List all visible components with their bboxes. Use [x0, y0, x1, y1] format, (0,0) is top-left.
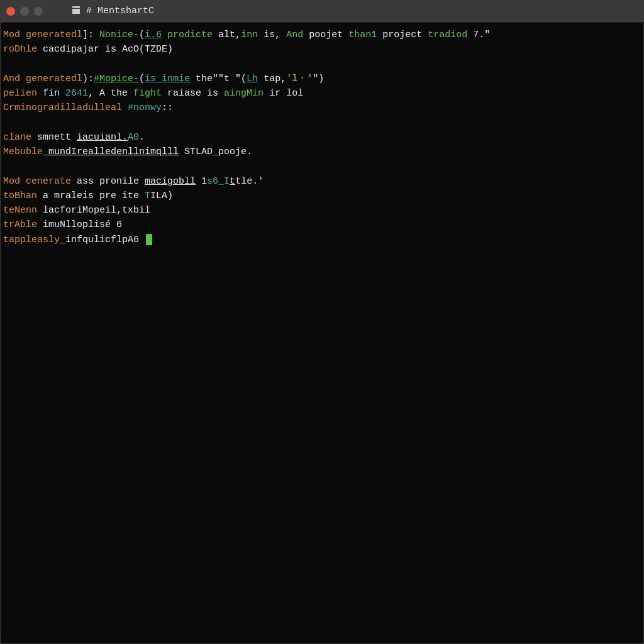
text-segment: mundIrealledenllnimqlll	[48, 147, 179, 157]
text-segment: is,	[258, 30, 280, 40]
terminal-line: Mod generatedl]: Nonice-(i.6 prodicte al…	[3, 28, 641, 42]
text-segment: toBhan	[3, 191, 37, 201]
text-segment: Mebuble	[3, 147, 43, 157]
text-segment: tradiod	[428, 30, 467, 40]
text-segment: tap,	[258, 74, 286, 84]
text-segment: #nonwy	[128, 103, 162, 113]
text-segment: roDhle	[3, 44, 37, 55]
text-segment: STLAD_pooje.	[179, 147, 252, 157]
text-segment: aingMin	[224, 88, 264, 99]
text-segment: Mod cenerate	[3, 176, 71, 187]
text-segment: 2641	[65, 88, 88, 99]
text-segment: a mraleis pre ite	[37, 191, 145, 201]
window-title: # MentshartC	[86, 6, 154, 16]
title-area: # MentshartC	[71, 5, 154, 18]
terminal-line: tappleasly_infqulicflpA6	[3, 233, 641, 247]
terminal-window: # MentshartC Mod generatedl]: Nonice-(i.…	[0, 0, 644, 644]
text-segment: alt,	[213, 30, 241, 40]
text-segment: ILA)	[150, 191, 173, 201]
text-segment: tle.'	[235, 176, 264, 187]
text-segment: is_inmie	[145, 74, 190, 84]
text-segment: And generatedl	[3, 74, 82, 84]
text-segment: .	[139, 132, 145, 143]
text-segment	[122, 103, 128, 113]
text-segment: 1	[196, 176, 207, 187]
text-segment: the""t "(	[190, 74, 247, 84]
text-segment: Nonice-	[94, 30, 139, 40]
terminal-line: Crminogradilladulleal #nonwy::	[3, 101, 641, 115]
text-segment: clane	[3, 132, 31, 143]
text-segment: smnett	[31, 132, 77, 143]
terminal-line	[3, 159, 641, 174]
text-segment: t	[230, 176, 235, 187]
text-segment: Mod generatedl	[3, 30, 82, 40]
text-segment: teNenn	[3, 205, 37, 216]
text-segment: macigobll	[145, 176, 196, 187]
text-segment: _	[43, 147, 48, 157]
text-segment: fin	[37, 88, 65, 99]
text-segment: (	[139, 30, 145, 40]
terminal-icon	[71, 5, 81, 18]
terminal-body[interactable]: Mod generatedl]: Nonice-(i.6 prodicte al…	[0, 23, 644, 644]
text-segment: 'l・'	[286, 74, 313, 84]
titlebar: # MentshartC	[0, 0, 644, 23]
text-segment: And	[280, 30, 303, 40]
terminal-line: Mod cenerate ass pronile macigobll 1s6_I…	[3, 174, 641, 189]
text-segment: Crminogradilladulleal	[3, 103, 122, 113]
text-segment: _infqulicflpA6	[60, 235, 145, 245]
text-segment: ass pronile	[71, 176, 145, 187]
text-segment: Lh	[247, 74, 258, 84]
text-segment: T	[145, 191, 150, 201]
text-segment: ]:	[82, 30, 94, 40]
text-segment: cacdipajar is AcO(TZDE)	[37, 44, 173, 55]
text-segment: pelien	[3, 88, 37, 99]
text-segment: prodicte	[162, 30, 213, 40]
text-segment: fight	[133, 88, 162, 99]
maximize-button[interactable]	[34, 7, 43, 16]
minimize-button[interactable]	[20, 7, 29, 16]
text-segment: iacuianl.	[77, 132, 128, 143]
text-segment: A0	[128, 132, 139, 143]
text-segment: trAble	[3, 219, 37, 230]
window-controls	[6, 7, 43, 16]
text-segment: 7."	[467, 30, 490, 40]
text-segment: than1	[348, 30, 377, 40]
text-segment: ::	[162, 103, 173, 113]
close-button[interactable]	[6, 7, 15, 16]
text-segment: lacforiMopeil,txbil	[37, 205, 150, 216]
text-segment: project	[377, 30, 428, 40]
text-segment: tappleasly	[3, 235, 60, 245]
terminal-line	[3, 57, 641, 72]
terminal-line: trAble imuNlloplisé 6	[3, 218, 641, 232]
text-segment: imuNlloplisé 6	[37, 219, 122, 230]
text-segment: (	[139, 74, 145, 84]
terminal-line: roDhle cacdipajar is AcO(TZDE)	[3, 42, 641, 57]
text-segment: poojet	[303, 30, 348, 40]
cursor	[146, 234, 152, 245]
text-segment: raiase is	[162, 88, 224, 99]
text-segment: ):	[82, 74, 94, 84]
text-segment: i.6	[145, 30, 162, 40]
terminal-line: And generatedl):#Mopice-(is_inmie the""t…	[3, 72, 641, 86]
text-segment: , A the	[88, 88, 133, 99]
terminal-line	[3, 116, 641, 130]
terminal-line: pelien fin 2641, A the fight raiase is a…	[3, 86, 641, 101]
text-segment: ")	[313, 74, 324, 84]
text-segment: ir lol	[264, 88, 303, 99]
text-segment: #Mopice-	[94, 74, 139, 84]
terminal-line: clane smnett iacuianl.A0.	[3, 130, 641, 145]
text-segment: s6_I	[207, 176, 230, 187]
terminal-line: Mebuble_mundIrealledenllnimqlll STLAD_po…	[3, 145, 641, 159]
text-segment: inn	[241, 30, 258, 40]
terminal-line: teNenn lacforiMopeil,txbil	[3, 203, 641, 218]
terminal-line: toBhan a mraleis pre ite TILA)	[3, 189, 641, 203]
